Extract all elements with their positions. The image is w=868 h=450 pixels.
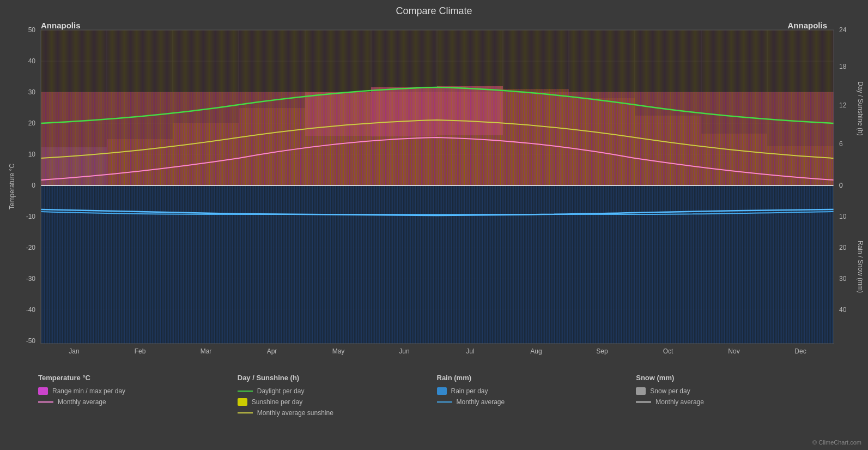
snow-avg-line [636,401,651,403]
snow-day-swatch [636,387,646,395]
legend-title-sunshine: Day / Sunshine (h) [238,374,437,382]
month-apr: Apr [267,347,277,355]
legend-item-rain-day: Rain per day [437,387,636,395]
legend-item-daylight: Daylight per day [238,387,437,395]
y-label-0: 0 [32,182,35,189]
rain-day-swatch [437,387,447,395]
daylight-line [238,391,253,392]
sunshine-avg-line [238,412,253,413]
month-jul: Jul [466,347,474,355]
legend-item-snow-avg: Monthly average [636,398,835,406]
y-label-40: 40 [28,57,36,65]
rain-avg-label: Monthly average [457,398,505,406]
svg-rect-17 [41,185,834,344]
left-axis-title: Temperature °C [8,164,16,209]
snow-day-label: Snow per day [650,387,690,395]
r-label-6: 6 [839,140,843,148]
month-nov: Nov [728,347,739,355]
r-label-18: 18 [839,63,847,70]
right-axis-top-title: Day / Sunshine (h) [857,81,864,135]
full-chart: Compare Climate Annapolis Annapolis Clim… [0,0,868,450]
sunshine-avg-label: Monthly average sunshine [257,409,333,417]
y-label-50: 50 [28,26,36,34]
temp-range-label: Range min / max per day [52,387,125,395]
r-label-10: 10 [839,213,847,220]
daylight-label: Daylight per day [257,387,305,395]
month-dec: Dec [794,347,806,355]
y-label-30: 30 [28,88,36,96]
y-label-n20: -20 [26,244,36,251]
rain-day-label: Rain per day [451,387,488,395]
legend-title-rain: Rain (mm) [437,374,636,382]
r-label-24: 24 [839,26,847,34]
legend-area: Temperature °C Range min / max per day M… [0,365,868,450]
svg-rect-38 [41,30,834,185]
copyright: © ClimeChart.com [812,439,861,446]
month-jan: Jan [69,347,79,355]
month-mar: Mar [201,347,212,355]
y-label-n10: -10 [26,213,36,220]
y-label-n40: -40 [26,306,36,314]
legend-item-temp-avg: Monthly average [38,398,238,406]
legend-item-sunshine-avg: Monthly average sunshine [238,409,437,417]
temp-range-swatch [38,387,48,395]
rain-avg-line [437,401,452,403]
month-jun: Jun [399,347,409,355]
month-feb: Feb [135,347,146,355]
y-label-n50: -50 [26,337,36,345]
r-label-0-bottom: 0 [839,182,843,189]
legend-title-snow: Snow (mm) [636,374,835,382]
r-label-12: 12 [839,101,847,109]
legend-item-snow-day: Snow per day [636,387,835,395]
legend-item-temp-range: Range min / max per day [38,387,238,395]
rain-snow-bars [41,185,834,344]
month-aug: Aug [530,347,542,355]
sunshine-day-label: Sunshine per day [252,398,302,406]
snow-avg-label: Monthly average [655,398,704,406]
y-label-20: 20 [28,119,36,127]
temp-avg-line [38,401,53,403]
legend-col-sunshine: Day / Sunshine (h) Daylight per day Suns… [238,374,437,445]
y-label-10: 10 [28,151,36,158]
legend-item-rain-avg: Monthly average [437,398,636,406]
legend-title-temp: Temperature °C [38,374,238,382]
sunshine-day-swatch [238,398,247,406]
month-sep: Sep [596,347,608,355]
legend-col-temperature: Temperature °C Range min / max per day M… [38,374,238,445]
legend-col-snow: Snow (mm) Snow per day Monthly average [636,374,835,445]
r-label-40: 40 [839,306,847,314]
r-label-30: 30 [839,275,847,283]
r-label-20: 20 [839,244,847,251]
temp-avg-label: Monthly average [58,398,106,406]
y-label-n30: -30 [26,275,36,283]
month-oct: Oct [663,347,673,355]
month-may: May [332,347,345,355]
main-container: Compare Climate Annapolis Annapolis Clim… [0,0,868,450]
legend-col-rain: Rain (mm) Rain per day Monthly average [437,374,636,445]
right-axis-bottom-title: Rain / Snow (mm) [857,241,864,293]
legend-item-sunshine-day: Sunshine per day [238,398,437,406]
